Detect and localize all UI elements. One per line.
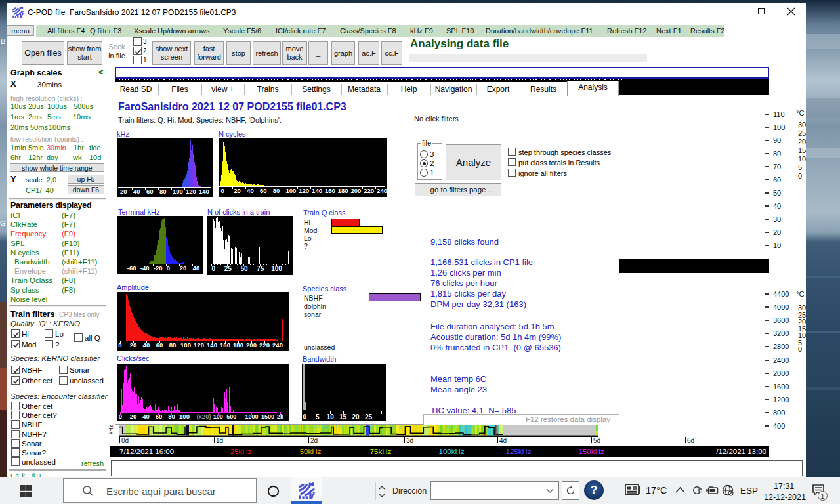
svg-text:40: 40 bbox=[133, 188, 140, 195]
svg-text:-60: -60 bbox=[127, 264, 136, 272]
svg-text:240: 240 bbox=[272, 341, 283, 348]
svg-text:5: 5 bbox=[316, 413, 320, 421]
svg-text:20: 20 bbox=[120, 188, 127, 195]
svg-text:0: 0 bbox=[119, 413, 122, 420]
svg-text:100: 100 bbox=[271, 265, 282, 272]
svg-text:100: 100 bbox=[180, 341, 191, 348]
svg-text:140: 140 bbox=[199, 188, 209, 195]
svg-text:0: 0 bbox=[212, 265, 216, 272]
svg-text:80: 80 bbox=[159, 188, 167, 195]
svg-text:100: 100 bbox=[286, 187, 297, 194]
svg-text:200: 200 bbox=[351, 187, 362, 194]
svg-text:50: 50 bbox=[240, 265, 248, 272]
svg-text:40: 40 bbox=[142, 413, 150, 420]
svg-text:220: 220 bbox=[259, 341, 270, 348]
svg-text:0: 0 bbox=[303, 413, 307, 421]
svg-text:1500: 1500 bbox=[261, 413, 274, 420]
svg-text:75: 75 bbox=[257, 265, 264, 272]
svg-text:140: 140 bbox=[312, 187, 322, 194]
svg-text:180: 180 bbox=[233, 341, 243, 348]
svg-text:60: 60 bbox=[146, 188, 154, 195]
svg-text:40: 40 bbox=[247, 187, 254, 194]
svg-text:20: 20 bbox=[130, 341, 137, 348]
svg-text:120: 120 bbox=[194, 341, 204, 348]
svg-text:0: 0 bbox=[221, 187, 224, 194]
svg-text:1000: 1000 bbox=[245, 413, 258, 420]
svg-text:120: 120 bbox=[186, 188, 196, 195]
svg-text:100: 100 bbox=[173, 188, 183, 195]
svg-text:2k: 2k bbox=[277, 413, 284, 420]
svg-text:-40: -40 bbox=[140, 264, 150, 272]
svg-text:80: 80 bbox=[273, 187, 280, 194]
svg-text:140: 140 bbox=[207, 341, 217, 348]
svg-text:-20: -20 bbox=[154, 264, 163, 272]
svg-text:160: 160 bbox=[325, 187, 335, 194]
svg-text:0: 0 bbox=[118, 341, 121, 348]
svg-text:120: 120 bbox=[299, 187, 309, 194]
svg-text:80: 80 bbox=[168, 413, 175, 420]
svg-text:0: 0 bbox=[167, 264, 170, 272]
svg-text:25: 25 bbox=[224, 265, 232, 272]
svg-text:10: 10 bbox=[327, 413, 335, 421]
svg-text:20: 20 bbox=[130, 413, 137, 420]
svg-text:(x20): (x20) bbox=[196, 413, 211, 420]
svg-text:25: 25 bbox=[365, 413, 373, 421]
svg-text:100: 100 bbox=[179, 413, 190, 420]
svg-text:200: 200 bbox=[246, 341, 257, 348]
svg-text:40: 40 bbox=[143, 341, 150, 348]
svg-text:80: 80 bbox=[169, 341, 177, 348]
svg-text:20: 20 bbox=[180, 264, 187, 272]
svg-text:60: 60 bbox=[156, 413, 163, 420]
svg-text:40: 40 bbox=[193, 264, 200, 272]
svg-text:60: 60 bbox=[156, 341, 163, 348]
svg-text:240: 240 bbox=[377, 187, 387, 194]
svg-text:160: 160 bbox=[220, 341, 230, 348]
svg-text:20: 20 bbox=[234, 187, 241, 194]
svg-text:220: 220 bbox=[364, 187, 374, 194]
svg-text:100: 100 bbox=[213, 413, 223, 420]
svg-text:15: 15 bbox=[339, 413, 347, 421]
svg-text:20: 20 bbox=[352, 413, 360, 421]
svg-text:500: 500 bbox=[226, 413, 236, 420]
svg-text:180: 180 bbox=[338, 187, 348, 194]
svg-text:60: 60 bbox=[260, 187, 267, 194]
